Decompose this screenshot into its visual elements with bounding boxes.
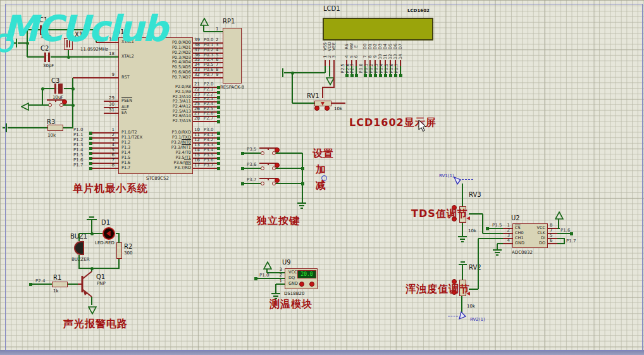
probe-rv1-label[interactable]: RV1(1) (439, 173, 454, 178)
u2-pin-name: CH1 (515, 236, 524, 240)
u2-pin-name: DO (524, 241, 545, 246)
wire (356, 66, 357, 75)
wire (333, 66, 335, 87)
capacitor-plate (44, 53, 46, 62)
wire (63, 104, 73, 106)
label-alarm-circuit: 声光报警电路 (63, 318, 128, 331)
net-label: P0.2 (369, 58, 374, 78)
r2-ref: R2 (124, 243, 132, 250)
net-label: P0.0 (204, 37, 213, 42)
u9-pin-number: 3 (273, 267, 282, 272)
wire (78, 255, 80, 269)
label-turbidity-adjust: 浑浊度值调节 (406, 283, 470, 296)
wire (78, 234, 80, 241)
wire (79, 233, 102, 234)
wire (63, 127, 73, 128)
net-label: P1.5 (73, 153, 83, 158)
mcu-pin-stub (193, 121, 218, 122)
u2-pin-name: GND (515, 241, 524, 246)
net-label: P0.4 (204, 57, 213, 62)
adjust-button[interactable] (62, 99, 67, 104)
ds18b20-display: 20.0 (297, 270, 316, 278)
rp1-pin-number: 1 (216, 27, 218, 32)
net-label: P0.7 (204, 72, 213, 77)
lcd-pin-stub (329, 60, 330, 66)
u2-pin-name: VCC (524, 226, 545, 230)
adjust-button[interactable] (275, 163, 280, 168)
wire (557, 233, 571, 234)
net-label: P3.2 (204, 137, 213, 142)
mcu-pin-stub (92, 168, 118, 169)
wire (244, 183, 262, 184)
adjust-button[interactable] (309, 282, 314, 287)
net-label: P1.5 (492, 223, 502, 228)
mcu-pin-number: 39 (194, 37, 200, 42)
pushbutton-terminal[interactable] (261, 166, 264, 170)
net-label: P3.4 (204, 147, 213, 153)
adjust-button[interactable] (275, 147, 280, 153)
respack-body[interactable] (223, 28, 242, 84)
u2-pin-number: 5 (550, 233, 552, 238)
ground-symbol (461, 261, 465, 263)
adjust-button[interactable] (325, 106, 330, 111)
mcu-pin-number: 21 (194, 82, 200, 87)
mcu-pin-number: 8 (98, 163, 115, 168)
mcu-pin-name: P0.4/AD4 (153, 60, 191, 65)
r3-resistor-body[interactable] (47, 125, 63, 131)
pnp-transistor-icon (77, 270, 94, 299)
adjust-button[interactable] (299, 282, 304, 287)
mcu-pin-number: 7 (98, 158, 115, 163)
net-label: P0.0 (359, 58, 364, 78)
terminal-node (217, 91, 220, 94)
terminal-node (217, 167, 220, 170)
r1-resistor-body[interactable] (52, 282, 68, 287)
voltage-probe-icon (458, 310, 467, 319)
mcu-pin-name: P2.0/A8 (153, 85, 191, 89)
ground-symbol (273, 296, 278, 297)
buzzer-body[interactable] (74, 241, 84, 255)
adjust-button[interactable] (314, 106, 319, 111)
wire (497, 243, 503, 244)
rp1-pin-number: 4 (216, 47, 218, 53)
mcu-pin-name: RST (121, 75, 130, 80)
lcd-pin-stub (400, 60, 401, 66)
u2-pin-name: DI (524, 236, 545, 240)
wire (51, 56, 118, 58)
net-label: P1.2 (73, 137, 83, 142)
pushbutton-cap (268, 147, 269, 150)
pushbutton-terminal[interactable] (261, 182, 264, 185)
ground-arrow-icon (88, 305, 97, 314)
wire (91, 297, 92, 305)
rv2-ref: RV2 (469, 264, 481, 271)
net-label: P2.0 (204, 82, 213, 87)
adjust-button[interactable] (275, 178, 280, 183)
rp1-ref: RP1 (223, 18, 235, 25)
schematic-canvas[interactable]: MCUclub 20.0 U1 STC89C52 RP1 RESPACK-8 L… (0, 0, 644, 355)
mcu-pin-number: 1 (98, 127, 115, 132)
wire (462, 265, 463, 280)
junction-dot (67, 56, 70, 59)
net-label: P1.7 (566, 239, 576, 244)
wire (292, 73, 293, 103)
terminal-node (217, 106, 220, 109)
power-arrow-icon (200, 17, 209, 26)
ground-symbol (6, 123, 7, 132)
lcd1-ref: LCD1 (323, 5, 340, 12)
label-independent-keys: 独立按键 (257, 215, 300, 228)
pushbutton-terminal[interactable] (261, 151, 264, 155)
wire (64, 88, 73, 89)
r2-resistor-body[interactable] (116, 242, 122, 259)
wire (478, 239, 479, 289)
label-key-plus: 加 (316, 163, 326, 177)
net-label: P2.7 (350, 58, 355, 78)
probe-rv2-label[interactable]: RV2(1) (470, 317, 485, 322)
u1-part: STC89C52 (146, 176, 169, 181)
r3-value: 10k (47, 133, 56, 138)
net-label: P3.5 (204, 153, 213, 158)
wire (462, 223, 463, 237)
probe-dash (448, 316, 458, 316)
mcu-pin-name: P0.2/AD2 (153, 51, 191, 55)
wire (469, 213, 483, 215)
net-label: P0.5 (384, 58, 389, 78)
label-mcu-min-system: 单片机最小系统 (73, 182, 148, 196)
